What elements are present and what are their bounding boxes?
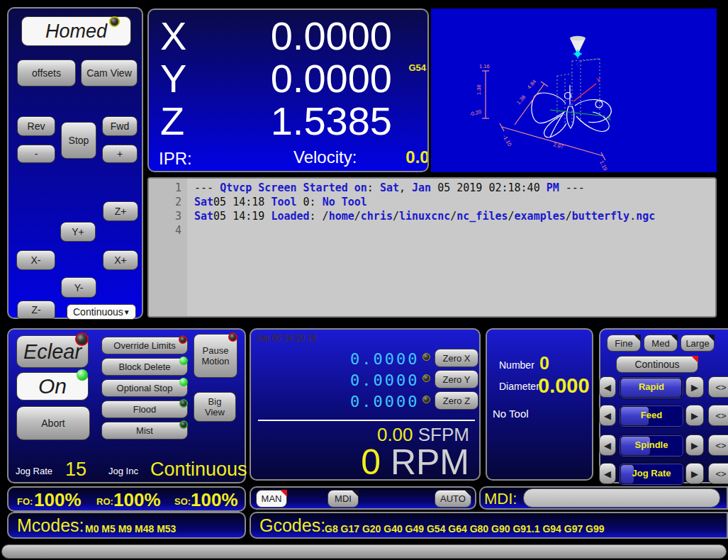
zero-z-label: Zero Z [443,396,470,406]
rapid-expand-button[interactable]: <> [708,376,728,398]
mdi-command-input[interactable] [523,488,720,508]
z-minus-label: Z- [31,304,40,315]
jog-rate-value: 15 [65,459,86,481]
gcodes-title: Gcodes: [259,515,325,536]
zero-y-button[interactable]: Zero Y [435,370,478,388]
console-line: 3Sat05 14:19 Loaded: /home/chris/linuxcn… [149,209,715,223]
svg-text:1.38: 1.38 [515,94,527,106]
mdi-entry-panel: MDI: [479,486,728,510]
optional-stop-label: Optional Stop [117,383,173,393]
jograte-increase-button[interactable]: ▶ [685,463,704,484]
continous-mode-button[interactable]: Continous [616,356,698,373]
right-arrow-icon: ▶ [691,469,698,479]
spindle-plus-button[interactable]: + [102,145,138,163]
cam-view-button[interactable]: Cam View [81,60,138,86]
rapid-path-lines [557,59,600,128]
spindle-minus-button[interactable]: - [17,145,55,163]
abort-button[interactable]: Abort [16,406,90,440]
red-axis-label: Y [596,77,600,84]
flood-toggle[interactable]: Flood [101,401,188,418]
feed-override-slider[interactable]: Feed [619,405,684,427]
left-arrow-icon: ◀ [604,382,611,393]
spindle-override-slider[interactable]: Spindle [619,435,684,457]
minus-label: - [35,148,38,159]
override-limits-label: Override Limits [113,340,175,351]
chevron-down-icon: ▼ [123,308,130,316]
feed-increase-button[interactable]: ▶ [685,405,704,426]
jog-mode-dropdown[interactable]: Continuous ▼ [67,304,136,320]
preview-canvas: Y X 1.16 1.38 -0.20 4.84 1.38 -1.10 2.97… [431,9,717,172]
flood-led-icon [179,399,188,408]
size-med-button[interactable]: Med [644,335,678,352]
indicator-notch [691,356,698,363]
spindle-expand-button[interactable]: <> [708,435,728,456]
spindle-fwd-button[interactable]: Fwd [102,116,138,136]
svg-text:-1.10: -1.10 [501,134,513,147]
override-limits-toggle[interactable]: Override Limits [101,337,188,354]
spindle-decrease-button[interactable]: ◀ [599,435,616,456]
flood-label: Flood [133,404,157,415]
expand-icon: <> [715,410,726,421]
axis-z-letter: Z [160,98,184,144]
velocity-value: 0.00 [405,147,429,167]
console-line: 2Sat05 14:18 Tool 0: No Tool [149,195,715,209]
y-plus-label: Y+ [72,226,84,237]
override-limits-led-icon [179,335,187,344]
jog-x-minus-button[interactable]: X- [16,250,55,270]
left-arrow-icon: ◀ [604,410,611,421]
offsets-label: offsets [32,67,61,79]
spindle-increase-button[interactable]: ▶ [685,435,704,456]
mode-auto-button[interactable]: AUTO [435,490,471,508]
rapid-override-slider[interactable]: Rapid [619,376,684,399]
jog-y-minus-button[interactable]: Y- [61,277,96,298]
man-label: MAN [262,493,282,504]
dimension-labels: 1.16 1.38 -0.20 4.84 1.38 -1.10 2.97 1.1… [469,63,608,172]
mcodes-panel: Mcodes: M0 M5 M9 M48 M53 [7,512,246,539]
feed-decrease-button[interactable]: ◀ [599,405,616,426]
auto-label: AUTO [440,493,466,504]
abort-label: Abort [41,418,65,429]
mode-notch [352,490,359,497]
mdi-label: MDI [335,493,352,504]
jog-x-plus-button[interactable]: X+ [103,250,138,270]
mcodes-list: M0 M5 M9 M48 M53 [85,523,176,534]
optional-stop-led-icon [179,378,188,386]
gcode-preview-panel[interactable]: Y X 1.16 1.38 -0.20 4.84 1.38 -1.10 2.97… [431,9,717,172]
axis-x-value: 0.0000 [271,13,392,59]
zero-x-button[interactable]: Zero X [435,349,478,367]
jog-y-plus-button[interactable]: Y+ [60,222,96,242]
svg-text:2.97: 2.97 [552,141,564,150]
zero-z-button[interactable]: Zero Z [435,391,478,410]
feed-expand-button[interactable]: <> [708,405,728,426]
big-view-button[interactable]: Big View [194,392,236,422]
size-fine-button[interactable]: Fine [607,335,641,352]
right-arrow-icon: ▶ [691,440,698,451]
dro-axis-z: Z 1.5385 [149,98,427,142]
rapid-increase-button[interactable]: ▶ [685,376,704,398]
med-label: Med [651,338,669,349]
mode-mdi-button[interactable]: MDI [327,490,359,508]
jog-inc-label: Jog Inc [108,466,138,476]
size-large-button[interactable]: Large [681,335,715,352]
mode-man-button[interactable]: MAN [256,490,287,508]
right-arrow-icon: ▶ [691,410,698,421]
jog-z-plus-button[interactable]: Z+ [103,201,138,221]
optional-stop-toggle[interactable]: Optional Stop [101,379,188,397]
jograte-expand-button[interactable]: <> [708,463,728,484]
feed-override-value: 100% [34,489,82,511]
tool-number-value: 0 [539,353,549,374]
rpm-value: 0 [361,442,381,482]
jograte-decrease-button[interactable]: ◀ [599,463,616,484]
block-delete-led-icon [179,357,188,365]
offsets-button[interactable]: offsets [17,60,76,86]
coord-system-badge: G54 [408,62,426,73]
block-delete-toggle[interactable]: Block Delete [101,358,188,376]
mist-toggle[interactable]: Mist [101,422,188,439]
jog-z-minus-button[interactable]: Z- [17,301,55,319]
spindle-rev-button[interactable]: Rev [17,116,55,136]
spindle-stop-button[interactable]: Stop [61,122,96,159]
machine-on-led-icon [77,369,88,381]
jograte-slider[interactable]: Jog Rate [619,463,684,486]
rapid-decrease-button[interactable]: ◀ [599,376,616,398]
homed-led-icon [109,16,120,27]
